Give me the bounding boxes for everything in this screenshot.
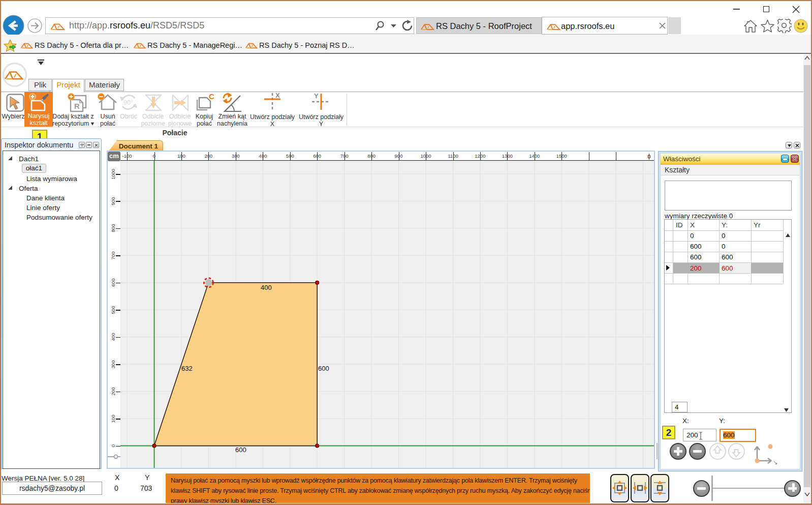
svg-text:C: C	[209, 94, 214, 101]
svg-text:R: R	[74, 102, 80, 110]
svg-text:Y: Y	[314, 93, 319, 100]
svg-text:X: X	[275, 93, 280, 99]
svg-text:90°: 90°	[123, 99, 133, 106]
